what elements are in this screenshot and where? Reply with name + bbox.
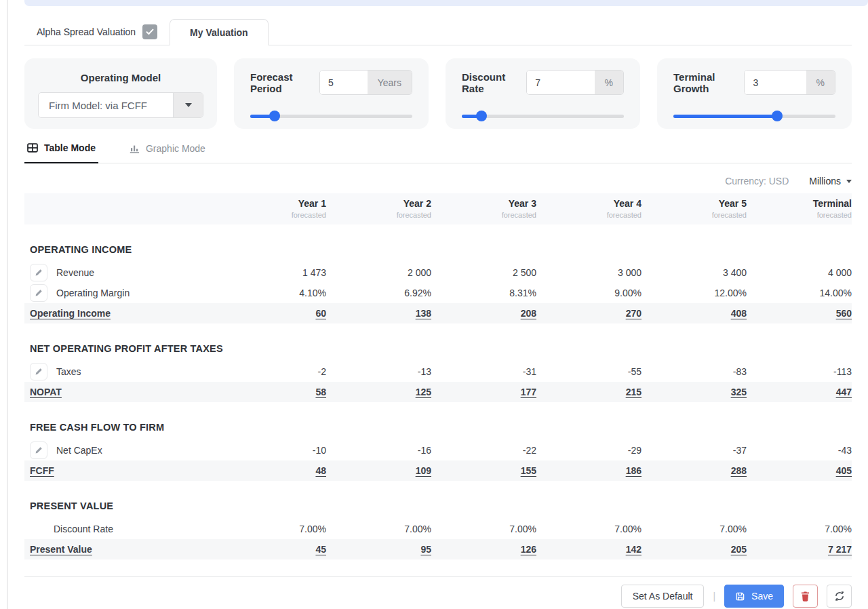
total-value-cell: 215 [536,387,642,397]
total-label-cell: Present Value [24,544,221,555]
total-value-cell: 208 [431,308,536,319]
sync-refresh-icon [834,591,845,602]
value-cell: 3 400 [642,267,747,278]
column-header-label: Year 5 [642,198,747,209]
row-label: Operating Margin [56,288,130,298]
value-cell: 8.31% [431,288,536,298]
discount-rate-label: Discount Rate [462,71,526,94]
value-cell: 9.00% [536,288,642,298]
slider-thumb[interactable] [476,111,487,121]
tab-my-valuation-label: My Valuation [190,27,248,38]
column-header: Year 1forecasted [221,198,326,219]
discount-rate-slider[interactable] [462,111,624,121]
value-cell: -37 [642,445,747,456]
select-caret-button[interactable] [173,93,203,117]
forecast-period-label: Forecast Period [250,71,319,94]
currency-label: Currency: USD [725,176,789,186]
total-value: 447 [836,387,852,397]
total-label-cell: Operating Income [24,308,221,319]
total-value: 408 [731,308,747,319]
terminal-growth-input[interactable] [745,71,806,94]
edit-row-button[interactable] [30,264,47,281]
total-row-label: FCFF [30,465,54,476]
total-value-cell: 447 [747,387,852,397]
header-spacer [24,198,221,219]
column-header-label: Year 3 [431,198,536,209]
total-row-label: Operating Income [30,308,111,319]
total-value: 215 [626,387,642,397]
floppy-save-icon [735,591,745,602]
total-row: NOPAT58125177215325447 [24,382,852,402]
section-title: PRESENT VALUE [30,500,852,511]
checked-checkbox-icon[interactable] [142,24,157,39]
set-as-default-button[interactable]: Set As Default [621,585,705,608]
value-cell: -10 [221,445,326,456]
terminal-growth-input-group: % [744,70,835,95]
column-header-label: Year 4 [536,198,642,209]
total-value: 142 [626,544,642,555]
total-row: Present Value45951261422057 217 [24,539,852,559]
edit-row-button[interactable] [30,363,47,380]
total-value-cell: 125 [326,387,431,397]
value-cell: 7.00% [747,524,852,534]
section-title: NET OPERATING PROFIT AFTER TAXES [30,343,852,354]
total-value: 186 [626,465,642,476]
table-row: Revenue1 4732 0002 5003 0003 4004 000 [24,262,852,283]
column-header-subtext: forecasted [431,211,536,219]
left-divider-line [7,0,8,609]
total-value-cell: 58 [221,387,326,397]
total-value: 560 [836,308,852,319]
units-dropdown[interactable]: Millions [809,176,852,186]
value-cell: 12.00% [642,288,747,298]
total-value: 109 [416,465,431,476]
total-value-cell: 177 [431,387,536,397]
total-value-cell: 142 [536,544,642,555]
value-cell: 1 473 [221,267,326,278]
tab-graphic-mode[interactable]: Graphic Mode [127,140,208,163]
edit-row-button[interactable] [30,441,47,459]
edit-row-button[interactable] [30,284,47,302]
save-button[interactable]: Save [724,585,784,608]
value-cell: -43 [747,445,852,456]
total-value: 177 [521,387,536,397]
model-controls: Operating Model Firm Model: via FCFF For… [24,58,852,129]
forecast-period-input[interactable] [320,71,368,94]
value-cell: -13 [326,366,431,377]
value-cell: -55 [536,366,642,377]
pencil-icon [35,446,43,454]
refresh-button[interactable] [827,585,852,608]
pencil-icon [35,269,43,277]
value-cell: 14.00% [747,288,852,298]
value-cell: 2 000 [326,267,431,278]
column-header-subtext: forecasted [536,211,642,219]
column-header: Year 5forecasted [642,198,747,219]
table-row: Taxes-2-13-31-55-83-113 [24,361,852,382]
total-value-cell: 45 [221,544,326,555]
value-cell: -113 [747,366,852,377]
total-row: FCFF48109155186288405 [24,460,852,481]
column-header-subtext: forecasted [642,211,747,219]
table-grid-icon [27,143,38,153]
row-label: Taxes [56,366,81,377]
slider-thumb[interactable] [772,111,783,121]
total-value-cell: 560 [747,308,852,319]
total-value: 7 217 [828,544,852,555]
bar-chart-icon [130,144,140,153]
tab-table-mode[interactable]: Table Mode [24,140,98,163]
terminal-growth-slider[interactable] [673,111,835,121]
total-value-cell: 288 [642,465,747,476]
operating-model-selected-value: Firm Model: via FCFF [39,93,173,117]
discount-rate-input[interactable] [527,71,594,94]
total-value: 138 [416,308,431,319]
forecast-period-slider[interactable] [250,111,412,121]
tab-my-valuation[interactable]: My Valuation [170,19,269,45]
slider-thumb[interactable] [269,111,280,121]
column-header-label: Year 2 [326,198,431,209]
delete-button[interactable] [793,585,818,608]
operating-model-title: Operating Model [38,70,203,83]
operating-model-select[interactable]: Firm Model: via FCFF [38,92,203,118]
tab-table-mode-label: Table Mode [44,142,96,153]
total-value-cell: 109 [326,465,431,476]
tab-alpha-spread-valuation[interactable]: Alpha Spread Valuation [24,19,170,45]
chevron-down-icon [185,103,192,107]
